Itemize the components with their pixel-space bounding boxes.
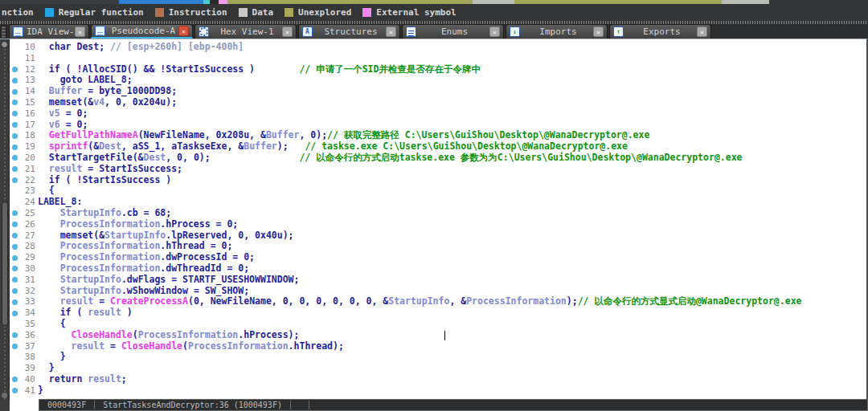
tab-close-icon[interactable]: ✕ [593,26,604,37]
tab-close-icon[interactable]: ✕ [489,26,500,37]
code-line[interactable]: 24LABEL_8: [10,197,866,208]
code-listing[interactable]: 10 char Dest; // [esp+260h] [ebp-400h]11… [10,39,866,399]
code-text[interactable]: ProcessInformation.hProcess = 0; [38,219,866,230]
navband-segment[interactable] [119,0,203,4]
navigator-band[interactable] [0,0,868,4]
code-line[interactable]: 12 if ( !AllocSID() && !StartIsSuccess )… [10,64,866,75]
code-segment-v: ProcessInformation [466,296,567,307]
code-line[interactable]: 32 StartupInfo.wShowWindow = SW_SHOW; [10,286,866,297]
code-line[interactable]: 36 CloseHandle(ProcessInformation.hProce… [10,330,866,341]
code-text[interactable]: sprintf(&Dest, aSS_1, aTaskseExe, &Buffe… [38,141,866,153]
code-text[interactable]: { [38,185,866,197]
scrollbar-top-knob[interactable] [1,41,8,48]
tab-label: Hex View-1 [212,26,282,37]
tab-exports[interactable]: ↑Exports✕ [609,24,711,39]
tab-close-icon[interactable]: ✕ [178,26,189,36]
code-line[interactable]: 22 if ( !StartIsSuccess ) [10,175,866,186]
code-line[interactable]: 33 result = CreateProcessA(0, NewFileNam… [10,296,866,307]
code-line[interactable]: 38 } [10,352,866,363]
code-text[interactable]: memset(&v4, 0, 0x204u); [38,97,866,108]
code-line[interactable]: 37 result = CloseHandle(ProcessInformati… [10,341,866,352]
code-line[interactable]: 26 ProcessInformation.hProcess = 0; [10,219,866,230]
tab-close-icon[interactable]: ✕ [697,26,707,37]
code-text[interactable]: goto LABEL_8; [38,75,866,86]
code-text[interactable]: if ( !StartIsSuccess ) [38,175,866,186]
tab-imports[interactable]: ↓Imports✕ [506,24,608,39]
code-line[interactable]: 16 v5 = 0; [10,108,866,120]
code-line[interactable]: 40 return result; [10,374,866,385]
address-dot-icon [12,144,18,150]
code-line[interactable]: 34 if ( result ) [10,307,866,319]
code-line[interactable]: 15 memset(&v4, 0, 0x204u); [10,97,866,108]
navband-segment[interactable] [769,0,868,4]
code-line[interactable]: 19 sprintf(&Dest, aSS_1, aTaskseExe, &Bu… [10,141,866,153]
tab-pseudocode-a[interactable]: Pseudocode-A✕ [91,24,193,39]
navband-segment[interactable] [514,0,722,4]
code-line[interactable]: 35 { [10,319,866,330]
code-line[interactable]: 11 [10,53,866,64]
code-line[interactable]: 17 v6 = 0; [10,120,866,131]
pseudocode-view[interactable]: 10 char Dest; // [esp+260h] [ebp-400h]11… [0,39,868,399]
code-text[interactable]: StartTargetFile(&Dest, 0, 0); // 以命令行的方式… [38,153,866,164]
code-text[interactable]: CloseHandle(ProcessInformation.hProcess)… [38,330,866,341]
navband-segment[interactable] [210,0,219,4]
code-text[interactable]: StartupInfo.wShowWindow = SW_SHOW; [38,286,866,297]
tab-structures[interactable]: AStructures✕ [298,24,400,39]
code-line[interactable]: 27 memset(&StartupInfo.lpReserved, 0, 0x… [10,230,866,242]
code-text[interactable]: Buffer = byte_1000DD98; [38,86,866,97]
code-text[interactable]: ProcessInformation.dwThreadId = 0; [38,263,866,275]
code-text[interactable]: StartupInfo.cb = 68; [38,208,866,219]
tabbar-grip-handle[interactable] [1,26,6,39]
navband-segment[interactable] [227,0,473,4]
code-text[interactable]: { [38,319,866,330]
code-text[interactable]: if ( result ) [38,307,866,319]
code-line[interactable]: 23 { [10,185,866,197]
tab-ida-view-a[interactable]: IDA View-A✕ [9,24,89,39]
navband-segment[interactable] [203,0,210,4]
code-line[interactable]: 28 ProcessInformation.hThread = 0; [10,241,866,252]
code-line[interactable]: 25 StartupInfo.cb = 68; [10,208,866,219]
code-text[interactable]: result = StartIsSuccess; [38,164,866,175]
code-text[interactable]: if ( !AllocSID() && !StartIsSuccess ) //… [38,64,866,75]
code-line[interactable]: 30 ProcessInformation.dwThreadId = 0; [10,263,866,275]
tab-close-icon[interactable]: ✕ [282,26,293,37]
scrollbar-bottom-knob[interactable] [2,393,7,398]
tab-enums[interactable]: Enums✕ [402,24,504,39]
navband-segment[interactable] [722,0,769,4]
navband-segment[interactable] [219,0,227,4]
code-line[interactable]: 13 goto LABEL_8; [10,75,866,86]
tab-close-icon[interactable]: ✕ [386,26,396,37]
code-line[interactable]: 20 StartTargetFile(&Dest, 0, 0); // 以命令行… [10,153,866,164]
code-text[interactable]: LABEL_8: [38,197,866,208]
code-line[interactable]: 29 ProcessInformation.dwProcessId = 0; [10,252,866,263]
code-text[interactable]: StartupInfo.dwFlags = STARTF_USESHOWWIND… [38,275,866,286]
code-text[interactable]: ProcessInformation.dwProcessId = 0; [38,252,866,263]
code-text[interactable]: } [38,352,866,363]
navband-segment[interactable] [0,0,119,4]
address-dot-icon [12,277,18,283]
scrollbar-thumb[interactable] [2,201,8,326]
code-line[interactable]: 31 StartupInfo.dwFlags = STARTF_USESHOWW… [10,275,866,286]
code-text[interactable]: memset(&StartupInfo.lpReserved, 0, 0x40u… [38,230,866,242]
code-line[interactable]: 10 char Dest; // [esp+260h] [ebp-400h] [10,42,866,53]
code-text[interactable]: v5 = 0; [38,108,866,120]
code-line[interactable]: 18 GetFullPathNameA(NewFileName, 0x208u,… [10,130,866,141]
code-text[interactable]: result = CloseHandle(ProcessInformation.… [38,341,866,352]
code-text[interactable]: ProcessInformation.hThread = 0; [38,241,866,252]
code-text[interactable]: return result; [38,374,866,385]
navband-segment[interactable] [473,0,514,4]
code-line[interactable]: 21 result = StartIsSuccess; [10,164,866,175]
code-line[interactable]: 41} [10,385,866,397]
code-text[interactable]: GetFullPathNameA(NewFileName, 0x208u, &B… [38,130,866,141]
vertical-scrollbar[interactable] [0,39,10,400]
code-text[interactable]: } [38,385,866,397]
code-line[interactable]: 14 Buffer = byte_1000DD98; [10,86,866,97]
tab-hex-view-1[interactable]: Hex View-1✕ [194,24,297,39]
code-text[interactable]: result = CreateProcessA(0, NewFileName, … [38,296,866,307]
code-text[interactable]: char Dest; // [esp+260h] [ebp-400h] [38,42,866,53]
tab-close-icon[interactable]: ✕ [75,26,85,37]
code-line[interactable]: 39 } [10,363,866,374]
code-text[interactable] [38,53,866,64]
code-text[interactable]: } [38,363,866,374]
code-text[interactable]: v6 = 0; [38,120,866,131]
